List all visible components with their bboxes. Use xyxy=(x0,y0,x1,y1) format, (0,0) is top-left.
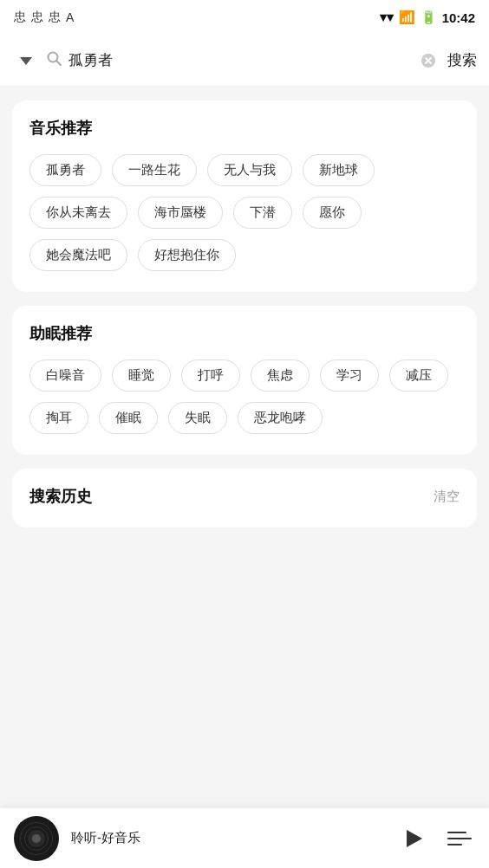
search-input[interactable] xyxy=(68,52,409,69)
search-bar: 搜索 xyxy=(0,35,489,87)
svg-marker-0 xyxy=(20,57,32,65)
clear-input-button[interactable] xyxy=(416,49,440,73)
signal-icon: 📶 xyxy=(399,10,415,25)
search-input-wrap xyxy=(47,51,409,69)
sleep-tag-2[interactable]: 打呼 xyxy=(181,360,240,392)
status-bar: 忠 忠 忠 A ▾▾ 📶 🔋 10:42 xyxy=(0,0,489,35)
wifi-icon: ▾▾ xyxy=(380,10,394,25)
vinyl-record[interactable] xyxy=(14,816,59,861)
history-title: 搜索历史 xyxy=(29,486,92,507)
sleep-tag-9[interactable]: 恶龙咆哮 xyxy=(238,402,323,434)
sleep-tag-8[interactable]: 失眠 xyxy=(168,402,227,434)
play-icon xyxy=(407,830,422,847)
clear-history-button[interactable]: 清空 xyxy=(434,489,460,505)
battery-icon: 🔋 xyxy=(421,10,437,25)
history-section: 搜索历史 清空 xyxy=(12,469,477,528)
carrier-icon-2: 忠 xyxy=(31,10,43,25)
list-line-1 xyxy=(447,832,466,833)
search-button[interactable]: 搜索 xyxy=(447,50,477,70)
music-tag-4[interactable]: 你从未离去 xyxy=(29,197,127,229)
music-tag-2[interactable]: 无人与我 xyxy=(207,154,292,186)
play-button[interactable] xyxy=(397,823,428,854)
player-title: 聆听-好音乐 xyxy=(71,830,385,846)
music-section-title: 音乐推荐 xyxy=(29,118,460,139)
player-controls xyxy=(397,823,475,854)
status-right: ▾▾ 📶 🔋 10:42 xyxy=(380,10,475,25)
sleep-tags: 白噪音 睡觉 打呼 焦虑 学习 减压 掏耳 催眠 失眠 恶龙咆哮 xyxy=(29,360,460,434)
history-header: 搜索历史 清空 xyxy=(29,486,460,507)
sleep-section-title: 助眠推荐 xyxy=(29,323,460,344)
music-tags: 孤勇者 一路生花 无人与我 新地球 你从未离去 海市蜃楼 下潜 愿你 她会魔法吧… xyxy=(29,154,460,271)
sleep-tag-0[interactable]: 白噪音 xyxy=(29,360,101,392)
music-tag-1[interactable]: 一路生花 xyxy=(112,154,197,186)
carrier-icon-3: 忠 xyxy=(49,10,61,25)
vinyl-center-dot xyxy=(32,834,41,843)
sleep-tag-7[interactable]: 催眠 xyxy=(99,402,158,434)
dropdown-button[interactable] xyxy=(12,47,40,74)
playlist-button[interactable] xyxy=(444,823,475,854)
music-tag-8[interactable]: 她会魔法吧 xyxy=(29,239,127,271)
a-icon: A xyxy=(66,10,74,24)
music-tag-5[interactable]: 海市蜃楼 xyxy=(138,197,223,229)
sleep-tag-6[interactable]: 掏耳 xyxy=(29,402,88,434)
sleep-tag-4[interactable]: 学习 xyxy=(320,360,379,392)
music-tag-9[interactable]: 好想抱住你 xyxy=(138,239,236,271)
music-tag-3[interactable]: 新地球 xyxy=(303,154,375,186)
main-content: 音乐推荐 孤勇者 一路生花 无人与我 新地球 你从未离去 海市蜃楼 下潜 愿你 … xyxy=(0,87,489,807)
sleep-tag-5[interactable]: 减压 xyxy=(389,360,448,392)
list-line-2 xyxy=(447,838,472,839)
list-line-3 xyxy=(447,844,462,845)
svg-line-2 xyxy=(56,61,61,65)
sleep-section: 助眠推荐 白噪音 睡觉 打呼 焦虑 学习 减压 掏耳 催眠 失眠 恶龙咆哮 xyxy=(12,306,477,455)
status-icons: 忠 忠 忠 A xyxy=(14,10,74,25)
music-tag-7[interactable]: 愿你 xyxy=(303,197,362,229)
sleep-tag-1[interactable]: 睡觉 xyxy=(112,360,171,392)
music-tag-0[interactable]: 孤勇者 xyxy=(29,154,101,186)
time-display: 10:42 xyxy=(442,10,475,25)
carrier-icon-1: 忠 xyxy=(14,10,26,25)
music-tag-6[interactable]: 下潜 xyxy=(233,197,292,229)
sleep-tag-3[interactable]: 焦虑 xyxy=(251,360,310,392)
music-section: 音乐推荐 孤勇者 一路生花 无人与我 新地球 你从未离去 海市蜃楼 下潜 愿你 … xyxy=(12,100,477,292)
bottom-player: 聆听-好音乐 xyxy=(0,807,489,868)
search-icon xyxy=(47,51,62,69)
